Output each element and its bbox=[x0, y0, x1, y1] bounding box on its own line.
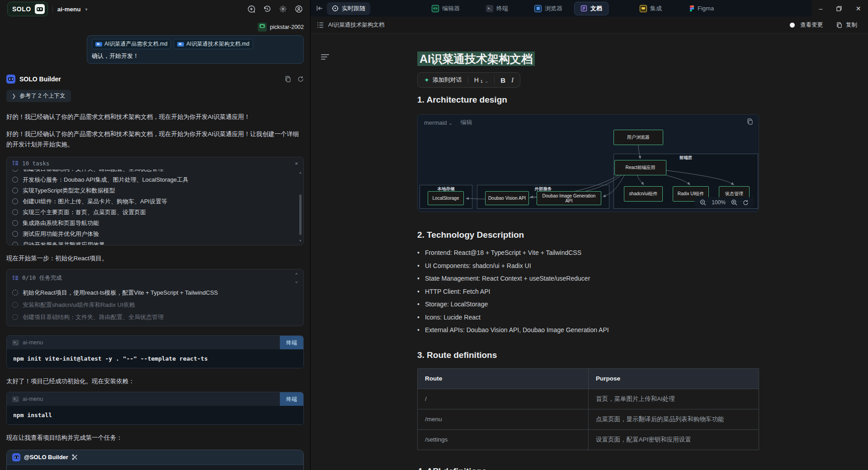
user-message-bubble: M↓AI识菜通产品需求文档.md M↓AI识菜通技术架构文档.md 确认，开始开… bbox=[87, 35, 304, 64]
tools-icon[interactable] bbox=[72, 454, 78, 460]
table-header: Route bbox=[418, 368, 589, 389]
scrollbar-thumb[interactable] bbox=[299, 194, 302, 235]
left-topbar: SOLO ai-menu ▾ bbox=[0, 0, 310, 18]
window-controls: – ✕ bbox=[812, 0, 868, 17]
new-chat-icon[interactable] bbox=[247, 5, 255, 13]
refresh-icon[interactable] bbox=[297, 76, 304, 82]
zoom-out-icon[interactable] bbox=[700, 199, 706, 206]
tab-editor[interactable]: <>编辑器 bbox=[432, 5, 460, 13]
section-heading: 1. Architecture design bbox=[417, 95, 759, 105]
list-item: •State Management: React Context + useSt… bbox=[417, 272, 759, 285]
scrollbar[interactable]: ▲▼ bbox=[298, 171, 302, 242]
breadcrumb[interactable]: AI识菜通技术架构文档 bbox=[328, 21, 384, 29]
chat-scroll-area[interactable]: pickstar-2002 M↓AI识菜通产品需求文档.md M↓AI识菜通技术… bbox=[0, 18, 310, 470]
task-list-card: 10 tasks ✕ 创建项目基础结构：文件夹、路由配置、全局状态管理 开发核心… bbox=[6, 157, 304, 245]
task-item: 集成路由系统和页面导航功能 bbox=[12, 218, 298, 229]
tab-browser[interactable]: 浏览器 bbox=[534, 5, 562, 13]
block-menu-icon[interactable] bbox=[321, 54, 329, 61]
zoom-in-icon[interactable] bbox=[731, 199, 737, 206]
task-item: 实现TypeScript类型定义和数据模型 bbox=[12, 185, 298, 196]
task-item: 实现三个主要页面：首页、点菜页面、设置页面 bbox=[12, 207, 298, 218]
tab-integration[interactable]: 集成 bbox=[640, 5, 662, 13]
add-to-chat-button[interactable]: ✦添加到对话 bbox=[424, 76, 462, 84]
reset-view-icon[interactable] bbox=[743, 200, 749, 206]
account-icon[interactable] bbox=[295, 5, 303, 13]
status-dot[interactable] bbox=[790, 23, 795, 28]
document-area[interactable]: AI识菜通技术架构文档 ✦添加到对话 H1⌄ B I 1. Architectu… bbox=[311, 33, 868, 470]
bold-button[interactable]: B bbox=[500, 76, 505, 84]
terminal-block: >_ ai-menu 终端 npm install bbox=[6, 392, 304, 425]
message-input[interactable]: 您正在与 SOLO Builder 聊天 @ # Claude-4-Sonnet… bbox=[7, 465, 303, 470]
copy-icon[interactable] bbox=[836, 22, 842, 28]
terminal-icon: >_ bbox=[12, 396, 19, 402]
progress-card: 0/10 任务完成 ⌃⌄ 初始化React项目，使用react-ts模板，配置V… bbox=[6, 269, 304, 326]
solo-robot-icon bbox=[35, 4, 45, 14]
diagram-node: React前端应用 bbox=[614, 160, 666, 175]
collapse-icon[interactable]: ✕ bbox=[295, 160, 298, 166]
terminal-badge-button[interactable]: 终端 bbox=[280, 392, 303, 406]
task-count: 10 tasks bbox=[22, 160, 49, 167]
terminal-icon: >_ bbox=[486, 5, 493, 12]
task-circle-icon bbox=[12, 198, 18, 204]
assistant-message: 现在开始第一步：初始化React项目。 bbox=[6, 254, 304, 263]
copy-icon[interactable] bbox=[285, 76, 291, 82]
format-toolbar: ✦添加到对话 H1⌄ B I bbox=[417, 72, 520, 88]
progress-item-active: 初始化React项目，使用react-ts模板，配置Vite + TypeScr… bbox=[7, 287, 303, 299]
chat-input-box[interactable]: @SOLO Builder 您正在与 SOLO Builder 聊天 @ # C… bbox=[6, 450, 304, 470]
outline-list-icon[interactable] bbox=[317, 22, 324, 28]
restore-button[interactable] bbox=[836, 6, 842, 11]
terminal-badge-button[interactable]: 终端 bbox=[280, 336, 303, 349]
sparkle-icon: ✦ bbox=[424, 76, 429, 84]
progress-count: 0/10 任务完成 bbox=[22, 274, 62, 282]
solo-logo[interactable]: SOLO bbox=[7, 2, 48, 16]
document-toolbar: AI识菜通技术架构文档 查看变更 复制 bbox=[311, 17, 868, 33]
docs-icon bbox=[580, 5, 587, 12]
builder-robot-icon bbox=[6, 75, 15, 84]
mention-label: @SOLO Builder bbox=[24, 454, 68, 461]
diagram-node: Doubao Image Generation API bbox=[537, 191, 601, 205]
terminal-command: npm init vite-init@latest -y . "--" --te… bbox=[13, 355, 208, 362]
divider bbox=[52, 5, 53, 13]
history-icon[interactable] bbox=[263, 5, 271, 13]
task-circle-icon bbox=[12, 188, 18, 193]
checklist-icon bbox=[12, 160, 19, 166]
diagram-node: shadcn/ui组件 bbox=[624, 186, 663, 202]
tab-docs[interactable]: 文档 bbox=[574, 2, 609, 15]
task-item: 开发核心服务：Doubao API集成、图片处理、LocalStorage工具 bbox=[12, 174, 298, 185]
collapse-panel-icon[interactable] bbox=[316, 0, 323, 17]
expand-collapse-icon[interactable]: ⌃⌄ bbox=[295, 272, 298, 284]
copy-button[interactable]: 复制 bbox=[846, 21, 857, 29]
tab-figma[interactable]: Figma bbox=[689, 5, 714, 12]
task-circle-icon bbox=[12, 209, 18, 215]
diagram-node: LocalStorage bbox=[428, 191, 464, 205]
project-name[interactable]: ai-menu bbox=[57, 6, 81, 13]
minimize-button[interactable]: – bbox=[819, 5, 822, 12]
task-item-partial: 创建项目基础结构：文件夹、路由配置、全局状态管理 bbox=[12, 169, 164, 174]
assistant-message: 好的！我已经确认了你的产品需求文档和技术架构文档，现在开始为你开发AI识菜通应用… bbox=[6, 112, 304, 122]
solo-logo-text: SOLO bbox=[12, 5, 31, 13]
copy-icon[interactable] bbox=[747, 118, 753, 125]
task-item: 测试应用功能并优化用户体验 bbox=[12, 229, 298, 240]
diagram-node: 用户浏览器 bbox=[613, 130, 663, 145]
tech-list: •Frontend: React@18 + TypeScript + Vite … bbox=[417, 246, 759, 337]
file-chip[interactable]: M↓AI识菜通技术架构文档.md bbox=[174, 39, 253, 49]
diagram-language-select[interactable]: mermaid ⌄ bbox=[424, 119, 453, 126]
view-changes-button[interactable]: 查看变更 bbox=[800, 21, 823, 29]
close-button[interactable]: ✕ bbox=[856, 5, 861, 12]
routes-table: Route Purpose /首页，菜单图片上传和AI处理 /menu点菜页面，… bbox=[417, 368, 759, 450]
document-title: AI识菜通技术架构文档 bbox=[417, 52, 759, 66]
italic-button[interactable]: I bbox=[511, 76, 514, 84]
list-item: •External APIs: Doubao Vision API, Douba… bbox=[417, 324, 759, 337]
tab-live-follow[interactable]: 实时跟随 bbox=[327, 2, 370, 15]
diagram-node: Doubao Vision API bbox=[485, 191, 529, 205]
edit-diagram-button[interactable]: 编辑 bbox=[461, 118, 472, 127]
markdown-icon: M↓ bbox=[95, 42, 102, 47]
list-item: •Storage: LocalStorage bbox=[417, 298, 759, 311]
settings-gear-icon[interactable] bbox=[279, 5, 287, 13]
context-reference-chip[interactable]: ❯ 参考了 2 个上下文 bbox=[6, 90, 71, 102]
tab-terminal[interactable]: >_终端 bbox=[486, 5, 508, 13]
file-chip[interactable]: M↓AI识菜通产品需求文档.md bbox=[92, 39, 171, 49]
heading-select[interactable]: H1⌄ bbox=[474, 76, 489, 84]
user-avatar bbox=[258, 23, 267, 32]
chevron-down-icon[interactable]: ▾ bbox=[85, 7, 87, 12]
